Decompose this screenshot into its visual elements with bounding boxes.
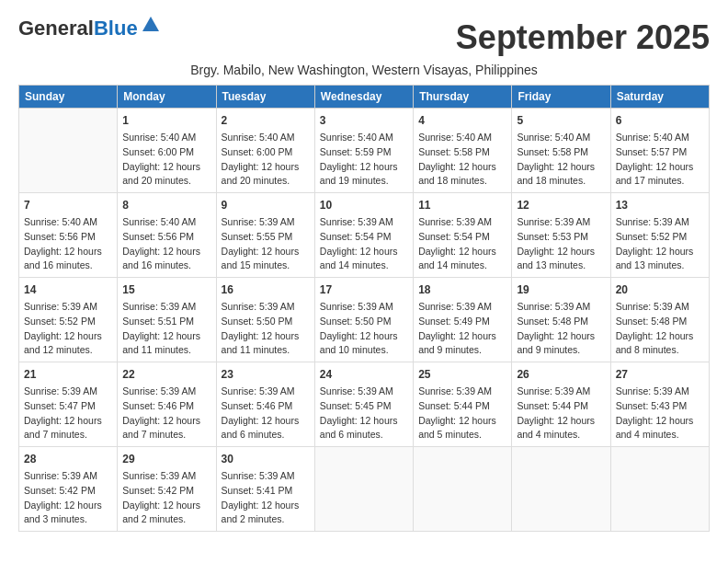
sunset-text: Sunset: 6:00 PM xyxy=(222,145,310,160)
daylight-text: Daylight: 12 hours and 5 minutes. xyxy=(418,414,506,443)
sunset-text: Sunset: 5:42 PM xyxy=(122,484,210,499)
sunrise-text: Sunrise: 5:39 AM xyxy=(122,385,210,399)
day-number: 13 xyxy=(616,197,704,213)
sunrise-text: Sunrise: 5:40 AM xyxy=(222,131,310,145)
daylight-text: Daylight: 12 hours and 20 minutes. xyxy=(122,160,210,190)
calendar-cell: 17Sunrise: 5:39 AMSunset: 5:50 PMDayligh… xyxy=(314,278,413,362)
calendar-cell: 13Sunrise: 5:39 AMSunset: 5:52 PMDayligh… xyxy=(610,193,709,278)
header-cell-monday: Monday xyxy=(118,86,216,109)
day-number: 14 xyxy=(24,282,112,298)
calendar-cell: 7Sunrise: 5:40 AMSunset: 5:56 PMDaylight… xyxy=(19,193,118,278)
sunrise-text: Sunrise: 5:39 AM xyxy=(222,385,310,399)
daylight-text: Daylight: 12 hours and 2 minutes. xyxy=(222,499,310,528)
sunset-text: Sunset: 5:44 PM xyxy=(517,399,605,414)
day-number: 22 xyxy=(122,366,210,383)
week-row-3: 21Sunrise: 5:39 AMSunset: 5:47 PMDayligh… xyxy=(19,362,710,447)
sunrise-text: Sunrise: 5:40 AM xyxy=(320,131,408,145)
day-number: 17 xyxy=(320,282,408,298)
sunset-text: Sunset: 5:48 PM xyxy=(517,315,605,329)
sunset-text: Sunset: 5:56 PM xyxy=(122,230,210,245)
daylight-text: Daylight: 12 hours and 10 minutes. xyxy=(320,329,408,359)
daylight-text: Daylight: 12 hours and 4 minutes. xyxy=(517,414,605,443)
calendar-cell: 25Sunrise: 5:39 AMSunset: 5:44 PMDayligh… xyxy=(414,362,512,447)
header-cell-wednesday: Wednesday xyxy=(314,86,413,109)
sunrise-text: Sunrise: 5:39 AM xyxy=(222,469,310,484)
week-row-4: 28Sunrise: 5:39 AMSunset: 5:42 PMDayligh… xyxy=(19,447,710,532)
daylight-text: Daylight: 12 hours and 15 minutes. xyxy=(222,245,310,274)
calendar-cell xyxy=(512,447,610,532)
subtitle: Brgy. Mabilo, New Washington, Western Vi… xyxy=(18,63,710,77)
day-number: 29 xyxy=(122,451,210,467)
sunrise-text: Sunrise: 5:40 AM xyxy=(24,215,112,230)
calendar-cell: 29Sunrise: 5:39 AMSunset: 5:42 PMDayligh… xyxy=(118,447,216,532)
calendar-cell: 10Sunrise: 5:39 AMSunset: 5:54 PMDayligh… xyxy=(314,193,413,278)
calendar-table: SundayMondayTuesdayWednesdayThursdayFrid… xyxy=(18,85,710,532)
calendar-cell: 14Sunrise: 5:39 AMSunset: 5:52 PMDayligh… xyxy=(19,278,118,362)
logo-text: GeneralBlue xyxy=(18,18,138,39)
logo: GeneralBlue xyxy=(18,18,161,39)
week-row-1: 7Sunrise: 5:40 AMSunset: 5:56 PMDaylight… xyxy=(19,193,710,278)
day-number: 10 xyxy=(320,197,408,213)
sunrise-text: Sunrise: 5:39 AM xyxy=(222,300,310,315)
calendar-cell: 18Sunrise: 5:39 AMSunset: 5:49 PMDayligh… xyxy=(414,278,512,362)
logo-icon xyxy=(141,15,161,35)
sunrise-text: Sunrise: 5:40 AM xyxy=(122,215,210,230)
day-number: 12 xyxy=(517,197,605,213)
calendar-cell: 30Sunrise: 5:39 AMSunset: 5:41 PMDayligh… xyxy=(216,447,314,532)
sunset-text: Sunset: 5:52 PM xyxy=(616,230,704,245)
page-header: GeneralBlue September 2025 xyxy=(18,18,710,57)
sunrise-text: Sunrise: 5:39 AM xyxy=(122,300,210,315)
sunset-text: Sunset: 5:58 PM xyxy=(418,145,506,160)
day-number: 16 xyxy=(222,282,310,298)
sunrise-text: Sunrise: 5:39 AM xyxy=(320,215,408,230)
calendar-cell: 9Sunrise: 5:39 AMSunset: 5:55 PMDaylight… xyxy=(216,193,314,278)
daylight-text: Daylight: 12 hours and 11 minutes. xyxy=(122,329,210,359)
day-number: 27 xyxy=(616,366,704,383)
sunset-text: Sunset: 5:54 PM xyxy=(418,230,506,245)
calendar-cell xyxy=(19,109,118,193)
sunrise-text: Sunrise: 5:39 AM xyxy=(616,300,704,315)
sunrise-text: Sunrise: 5:39 AM xyxy=(616,215,704,230)
sunset-text: Sunset: 5:43 PM xyxy=(616,399,704,414)
day-number: 4 xyxy=(418,112,506,129)
week-row-2: 14Sunrise: 5:39 AMSunset: 5:52 PMDayligh… xyxy=(19,278,710,362)
calendar-cell: 27Sunrise: 5:39 AMSunset: 5:43 PMDayligh… xyxy=(610,362,709,447)
daylight-text: Daylight: 12 hours and 14 minutes. xyxy=(320,245,408,274)
calendar-cell xyxy=(414,447,512,532)
svg-marker-0 xyxy=(142,17,159,31)
sunset-text: Sunset: 5:55 PM xyxy=(222,230,310,245)
sunset-text: Sunset: 5:46 PM xyxy=(122,399,210,414)
sunset-text: Sunset: 5:48 PM xyxy=(616,315,704,329)
sunrise-text: Sunrise: 5:39 AM xyxy=(24,300,112,315)
sunset-text: Sunset: 5:50 PM xyxy=(222,315,310,329)
daylight-text: Daylight: 12 hours and 17 minutes. xyxy=(616,160,704,190)
sunrise-text: Sunrise: 5:39 AM xyxy=(320,300,408,315)
day-number: 3 xyxy=(320,112,408,129)
day-number: 20 xyxy=(616,282,704,298)
sunrise-text: Sunrise: 5:39 AM xyxy=(24,385,112,399)
day-number: 5 xyxy=(517,112,605,129)
day-number: 7 xyxy=(24,197,112,213)
sunset-text: Sunset: 5:44 PM xyxy=(418,399,506,414)
calendar-cell: 20Sunrise: 5:39 AMSunset: 5:48 PMDayligh… xyxy=(610,278,709,362)
sunset-text: Sunset: 5:46 PM xyxy=(222,399,310,414)
daylight-text: Daylight: 12 hours and 4 minutes. xyxy=(616,414,704,443)
sunset-text: Sunset: 5:49 PM xyxy=(418,315,506,329)
sunset-text: Sunset: 5:47 PM xyxy=(24,399,112,414)
day-number: 8 xyxy=(122,197,210,213)
calendar-cell: 6Sunrise: 5:40 AMSunset: 5:57 PMDaylight… xyxy=(610,109,709,193)
calendar-cell: 3Sunrise: 5:40 AMSunset: 5:59 PMDaylight… xyxy=(314,109,413,193)
sunset-text: Sunset: 5:51 PM xyxy=(122,315,210,329)
calendar-cell: 11Sunrise: 5:39 AMSunset: 5:54 PMDayligh… xyxy=(414,193,512,278)
daylight-text: Daylight: 12 hours and 13 minutes. xyxy=(517,245,605,274)
sunrise-text: Sunrise: 5:39 AM xyxy=(517,300,605,315)
sunset-text: Sunset: 5:54 PM xyxy=(320,230,408,245)
sunset-text: Sunset: 5:56 PM xyxy=(24,230,112,245)
day-number: 21 xyxy=(24,366,112,383)
day-number: 26 xyxy=(517,366,605,383)
calendar-cell: 19Sunrise: 5:39 AMSunset: 5:48 PMDayligh… xyxy=(512,278,610,362)
sunset-text: Sunset: 5:45 PM xyxy=(320,399,408,414)
calendar-cell: 5Sunrise: 5:40 AMSunset: 5:58 PMDaylight… xyxy=(512,109,610,193)
sunset-text: Sunset: 5:57 PM xyxy=(616,145,704,160)
daylight-text: Daylight: 12 hours and 20 minutes. xyxy=(222,160,310,190)
